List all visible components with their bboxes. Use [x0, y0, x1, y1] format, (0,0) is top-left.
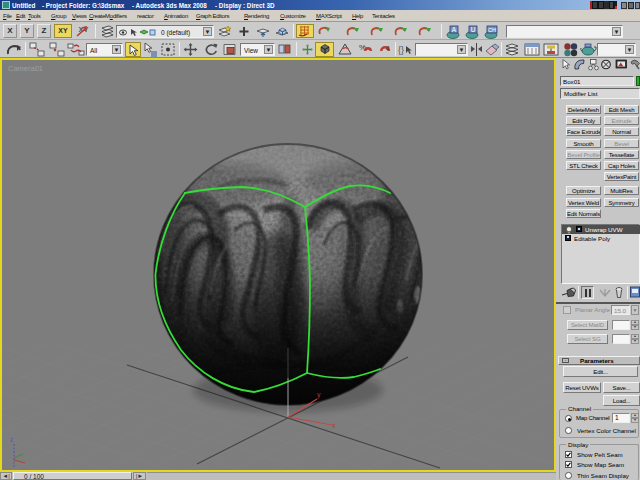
svg-text:U: U [471, 26, 476, 33]
svg-text:CH: CH [488, 27, 496, 33]
svg-text:Camera01: Camera01 [8, 64, 43, 73]
svg-text:x: x [332, 422, 336, 429]
svg-text:y: y [317, 391, 321, 399]
svg-text:{}: {} [398, 45, 404, 55]
svg-text:z: z [10, 436, 14, 443]
svg-text:A: A [452, 26, 457, 33]
svg-text:a: a [386, 44, 390, 51]
